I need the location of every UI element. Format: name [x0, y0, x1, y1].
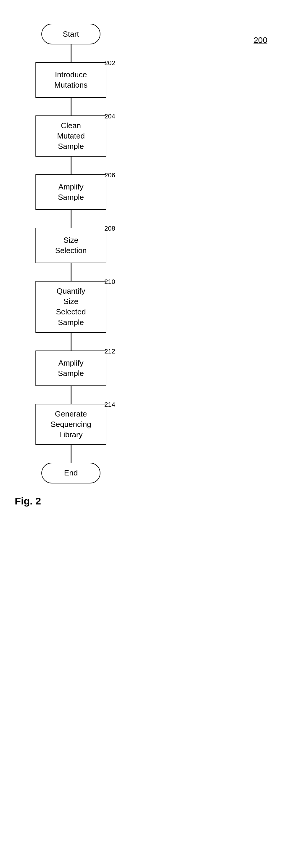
step-label-210: QuantifySizeSelectedSample — [56, 286, 86, 328]
step-label-214: GenerateSequencingLibrary — [50, 409, 91, 440]
step-label-204: CleanMutatedSample — [57, 121, 85, 152]
connector-5 — [71, 333, 72, 350]
step-number-214: 214 — [104, 401, 115, 408]
step-wrapper-208: SizeSelection 208 — [15, 228, 127, 263]
step-label-202: IntroduceMutations — [54, 69, 88, 90]
connector-6 — [71, 386, 72, 404]
flowchart: Start IntroduceMutations 202 CleanMutate… — [15, 24, 127, 484]
fig-label: Fig. 2 — [15, 495, 41, 507]
end-oval: End — [41, 463, 101, 484]
step-wrapper-214: GenerateSequencingLibrary 214 — [15, 404, 127, 445]
step-wrapper-204: CleanMutatedSample 204 — [15, 116, 127, 157]
step-label-208: SizeSelection — [55, 235, 87, 256]
connector-2 — [71, 157, 72, 174]
step-wrapper-202: IntroduceMutations 202 — [15, 62, 127, 98]
step-box-208: SizeSelection — [35, 228, 106, 263]
step-wrapper-212: AmplifySample 212 — [15, 350, 127, 386]
connector-1 — [71, 98, 72, 116]
diagram-label: 200 — [253, 35, 267, 45]
connector-0 — [71, 44, 72, 62]
step-number-208: 208 — [104, 225, 115, 232]
start-label: Start — [63, 30, 79, 39]
step-number-206: 206 — [104, 172, 115, 179]
step-number-204: 204 — [104, 113, 115, 120]
step-label-206: AmplifySample — [58, 182, 84, 203]
step-number-202: 202 — [104, 59, 115, 67]
step-box-214: GenerateSequencingLibrary — [35, 404, 106, 445]
start-oval: Start — [41, 24, 101, 44]
connector-4 — [71, 263, 72, 281]
step-box-210: QuantifySizeSelectedSample — [35, 281, 106, 333]
step-wrapper-206: AmplifySample 206 — [15, 174, 127, 210]
connector-7 — [71, 445, 72, 463]
step-number-212: 212 — [104, 347, 115, 355]
step-box-202: IntroduceMutations — [35, 62, 106, 98]
step-label-212: AmplifySample — [58, 358, 84, 379]
step-number-210: 210 — [104, 278, 115, 286]
step-box-212: AmplifySample — [35, 350, 106, 386]
connector-3 — [71, 210, 72, 228]
step-wrapper-210: QuantifySizeSelectedSample 210 — [15, 281, 127, 333]
diagram-container: 200 Start IntroduceMutations 202 CleanMu… — [0, 0, 291, 519]
end-label: End — [64, 468, 78, 477]
step-box-206: AmplifySample — [35, 174, 106, 210]
step-box-204: CleanMutatedSample — [35, 116, 106, 157]
